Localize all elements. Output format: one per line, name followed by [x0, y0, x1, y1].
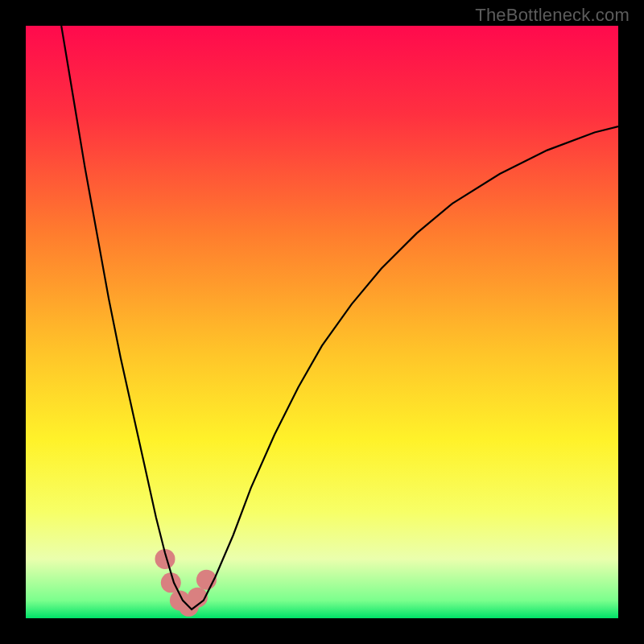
watermark-text: TheBottleneck.com	[475, 5, 630, 26]
chart-frame: TheBottleneck.com	[0, 0, 644, 644]
gradient-background	[26, 26, 618, 618]
plot-area	[26, 26, 618, 618]
bottleneck-chart	[26, 26, 618, 618]
